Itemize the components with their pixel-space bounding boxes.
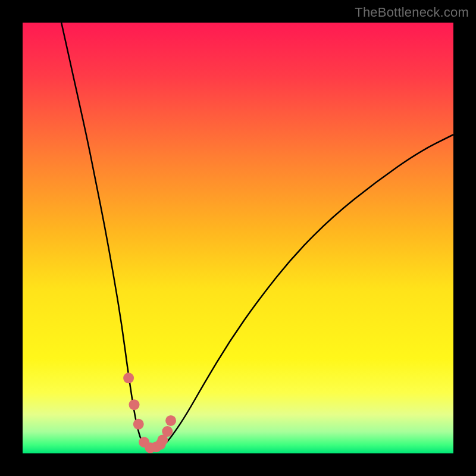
chart-frame: TheBottleneck.com bbox=[0, 0, 476, 476]
marker-point bbox=[165, 415, 176, 426]
marker-point bbox=[129, 399, 140, 410]
curve-layer bbox=[23, 23, 453, 453]
bottleneck-curve bbox=[61, 23, 453, 449]
marker-point bbox=[123, 372, 134, 383]
watermark-text: TheBottleneck.com bbox=[355, 5, 469, 20]
marker-point bbox=[133, 419, 144, 430]
marker-point bbox=[162, 426, 173, 437]
plot-area bbox=[23, 23, 453, 453]
